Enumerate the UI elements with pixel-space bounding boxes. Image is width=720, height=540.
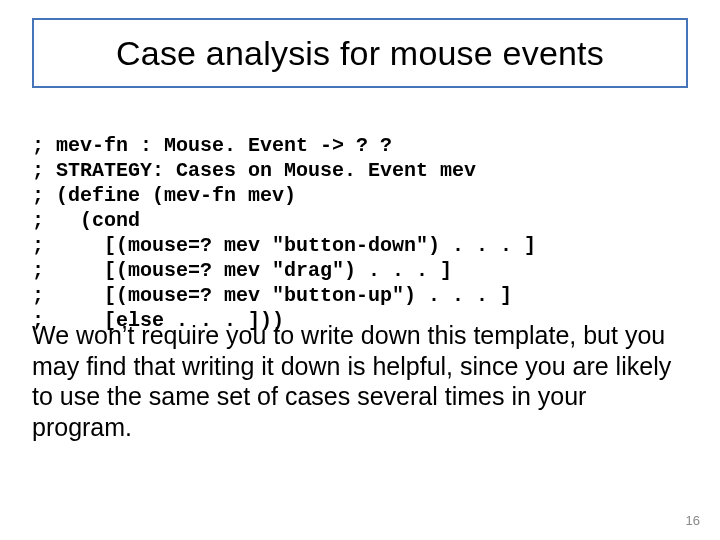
slide-title: Case analysis for mouse events [116,34,604,73]
body-paragraph: We won’t require you to write down this … [32,320,688,442]
code-line: ; [(mouse=? mev "button-down") . . . ] [32,234,536,257]
title-container: Case analysis for mouse events [32,18,688,88]
code-line: ; STRATEGY: Cases on Mouse. Event mev [32,159,476,182]
code-line: ; (define (mev-fn mev) [32,184,296,207]
code-line: ; (cond [32,209,140,232]
slide: Case analysis for mouse events ; mev-fn … [0,0,720,540]
code-line: ; [(mouse=? mev "drag") . . . ] [32,259,452,282]
page-number: 16 [686,513,700,528]
code-line: ; [(mouse=? mev "button-up") . . . ] [32,284,512,307]
code-line: ; mev-fn : Mouse. Event -> ? ? [32,134,392,157]
